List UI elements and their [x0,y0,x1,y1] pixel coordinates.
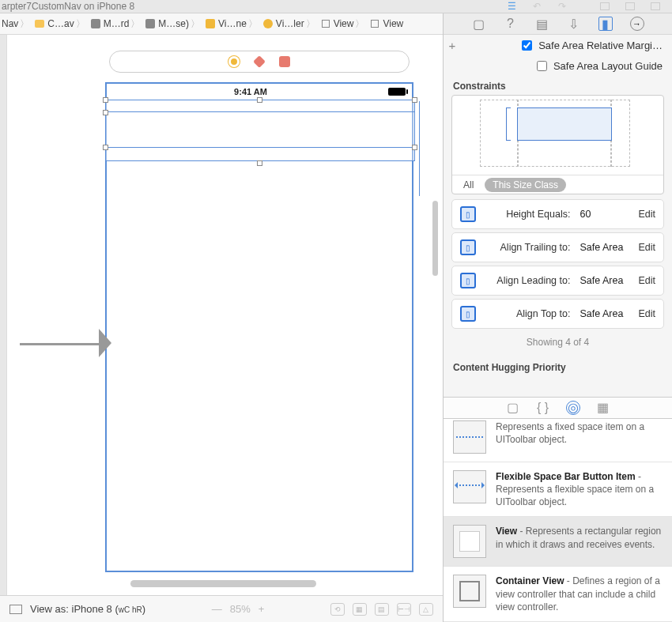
toolbar-button-3[interactable]: ↷ [553,1,571,12]
window-title: arpter7CustomNav on iPhone 8 [2,1,134,12]
edit-button[interactable]: Edit [638,242,655,253]
resize-handle[interactable] [257,97,262,103]
safe-area-margins-label: Safe Area Relative Margi… [538,40,663,51]
horizontal-scrollbar[interactable] [130,580,316,587]
resolve-icon[interactable]: △ [419,603,433,616]
safe-area-guide-row: Safe Area Layout Guide [444,55,672,76]
library-item-fixed-space[interactable]: Represents a fixed space item on a UIToo… [444,419,672,462]
resize-handle[interactable] [103,145,108,150]
crumb-2[interactable]: M…rd〉 [89,17,144,31]
constraints-preview[interactable]: All This Size Class [451,95,664,194]
resize-handle[interactable] [257,160,262,166]
canvas-bottom-bar: View as: iPhone 8 (wC hR) — 85% + ⟲ ▦ ▤ … [0,595,443,622]
size-inspector-icon[interactable]: ▮ [598,17,613,31]
safe-area-guide-checkbox[interactable] [537,61,547,71]
container-view-icon [459,581,480,601]
library-item-flexible-space[interactable]: Flexible Space Bar Button Item - Represe… [444,462,672,518]
crumb-6[interactable]: View〉 [319,17,368,31]
title-bar: arpter7CustomNav on iPhone 8 ☰ ↶ ↷ [0,0,672,13]
code-snippet-icon[interactable]: { } [536,401,550,415]
constraint-row-leading[interactable]: ▯ Align Leading to: Safe Area Edit [451,266,664,296]
crumb-0[interactable]: Nav〉 [0,17,32,31]
document-pill[interactable] [109,51,410,73]
file-inspector-icon[interactable]: ▢ [472,17,486,31]
top-constraint-icon: ▯ [460,306,476,322]
identity-inspector-icon[interactable]: ▤ [535,17,549,31]
cube-icon [253,55,266,68]
constraint-row-trailing[interactable]: ▯ Align Trailing to: Safe Area Edit [451,232,664,262]
vertical-scrollbar[interactable] [432,201,438,276]
pin-icon[interactable]: ⊢⊣ [397,603,411,616]
inspector-tabs: ▢ ? ▤ ⇩ ▮ → [444,13,672,35]
device-button[interactable] [9,605,22,614]
device-frame[interactable]: 9:41 AM [105,82,413,572]
zoom-out-button[interactable]: — [212,603,222,615]
help-inspector-icon[interactable]: ? [504,17,518,31]
resize-handle[interactable] [412,97,417,103]
coin-icon [228,56,240,67]
constraint-guide [419,101,420,196]
resize-handle[interactable] [103,97,108,103]
selected-view[interactable] [105,100,415,161]
toolbar-button-1[interactable]: ☰ [503,1,520,12]
media-library-icon[interactable]: ▦ [596,401,610,415]
constraints-section-label: Constraints [444,76,672,95]
leading-constraint-icon: ▯ [460,273,476,288]
toolbar-right: ☰ ↶ ↷ [503,0,672,13]
initial-vc-arrowhead [99,329,111,357]
library-tabs: ▢ { } ◎ ▦ [444,397,672,419]
content-hugging-label: Content Hugging Priority [444,356,672,376]
view-as-label[interactable]: View as: iPhone 8 (wC hR) [30,603,145,615]
constraint-row-top[interactable]: ▯ Align Top to: Safe Area Edit [451,299,664,329]
height-constraint-icon: ▯ [460,206,476,222]
zoom-in-button[interactable]: + [259,603,265,615]
crumb-4[interactable]: Vi…ne〉 [203,17,261,31]
crumb-5[interactable]: Vi…ler〉 [261,17,319,31]
filter-all[interactable]: All [459,178,478,192]
edit-button[interactable]: Edit [638,209,655,220]
showing-count: Showing 4 of 4 [444,332,672,356]
flexible-space-icon [456,484,483,489]
panel-left-icon[interactable] [596,1,613,12]
exit-icon [279,56,290,67]
inspector-body: + Safe Area Relative Margi… Safe Area La… [444,35,672,397]
add-button[interactable]: + [444,39,461,52]
battery-icon [388,88,406,96]
panel-bottom-icon[interactable] [621,1,639,12]
align-icon[interactable]: ▤ [375,603,389,616]
attributes-inspector-icon[interactable]: ⇩ [567,17,581,31]
trailing-constraint-icon: ▯ [460,239,476,255]
update-frames-icon[interactable]: ⟲ [330,603,345,616]
library-item-container-view[interactable]: Container View - Defines a region of a v… [444,567,672,622]
resize-handle[interactable] [412,145,417,150]
connections-inspector-icon[interactable]: → [630,17,644,31]
panel-right-icon[interactable] [647,1,664,12]
object-library-icon[interactable]: ◎ [566,401,580,415]
view-icon [459,531,480,552]
library-item-view[interactable]: View - Represents a rectangular region i… [444,517,672,567]
constraint-row-height[interactable]: ▯ Height Equals: 60 Edit [451,199,664,229]
crumb-7[interactable]: View [368,18,405,29]
embed-icon[interactable]: ▦ [353,603,367,616]
file-template-icon[interactable]: ▢ [506,401,520,415]
edit-button[interactable]: Edit [638,308,655,319]
zoom-level[interactable]: 85% [230,603,251,615]
canvas-edge [0,35,7,595]
safe-area-margins-row: + Safe Area Relative Margi… [444,35,672,55]
crumb-1[interactable]: C…av〉 [32,17,88,31]
safe-area-margins-checkbox[interactable] [522,40,532,51]
crumb-3[interactable]: M…se)〉 [143,17,203,31]
initial-vc-arrow[interactable] [20,343,107,345]
interface-builder-canvas[interactable]: 9:41 AM [0,35,443,595]
selected-view-inner [106,111,414,148]
edit-button[interactable]: Edit [638,275,655,286]
breadcrumb: Nav〉 C…av〉 M…rd〉 M…se)〉 Vi…ne〉 Vi…ler〉 V… [0,13,443,35]
toolbar-button-2[interactable]: ↶ [528,1,546,12]
safe-area-guide-label: Safe Area Layout Guide [553,60,663,72]
filter-this-size-class[interactable]: This Size Class [485,178,566,192]
status-time: 9:41 AM [113,87,388,96]
layout-tools: ⟲ ▦ ▤ ⊢⊣ △ [330,603,433,616]
library-list: Represents a fixed space item on a UIToo… [444,419,672,622]
resize-handle[interactable] [103,110,108,115]
